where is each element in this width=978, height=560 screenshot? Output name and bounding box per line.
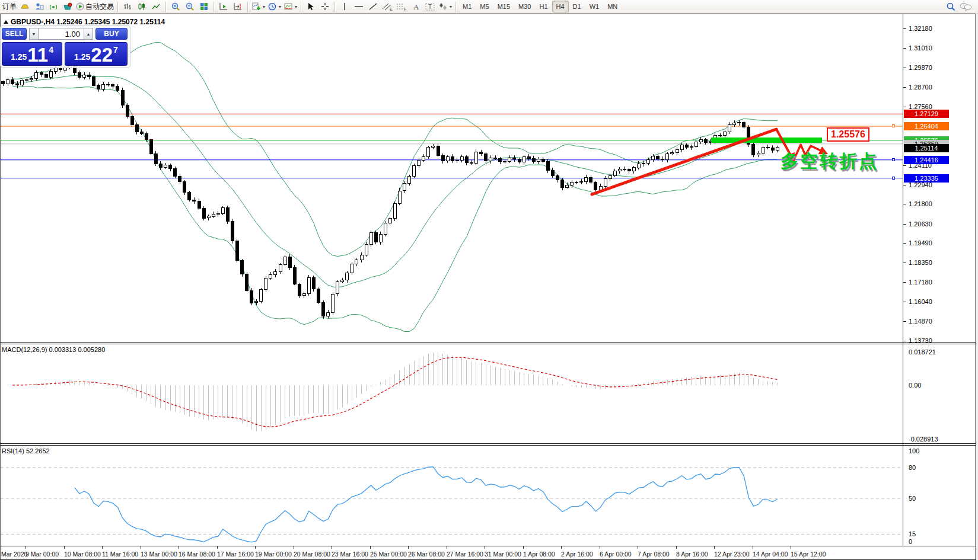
auto-scroll-icon xyxy=(219,2,228,11)
autotrading-button[interactable]: 自动交易 xyxy=(75,1,115,12)
text-tool-button[interactable]: A xyxy=(409,1,423,12)
text-label-icon: T xyxy=(425,2,435,11)
volume-increase-button[interactable]: ▲ xyxy=(84,28,93,40)
panel-separator[interactable] xyxy=(0,342,976,343)
time-axis-label: 17 Mar 16:00 xyxy=(217,551,254,558)
text-icon: A xyxy=(411,2,420,11)
timeframe-button-w1[interactable]: W1 xyxy=(585,1,604,12)
buy-button[interactable]: BUY xyxy=(95,28,128,40)
timeframe-button-h4[interactable]: H4 xyxy=(552,1,569,12)
level-drag-handle[interactable] xyxy=(892,124,895,127)
time-axis-label: 14 Apr 04:00 xyxy=(753,551,788,558)
add-indicator-button[interactable]: ▾ xyxy=(250,1,266,12)
new-order-button[interactable]: 订单 xyxy=(1,1,18,12)
trend-arrow[interactable] xyxy=(592,129,776,194)
macd-axis-label: 0.00 xyxy=(909,382,921,389)
turning-point-annotation[interactable]: 多空转折点 xyxy=(781,149,878,174)
highlight-bar[interactable] xyxy=(711,137,822,143)
auto-scroll-button[interactable] xyxy=(216,1,231,12)
tile-windows-button[interactable] xyxy=(197,1,211,12)
volume-input[interactable]: 1.00 xyxy=(39,28,84,40)
time-axis-label: 8 Apr 16:00 xyxy=(676,551,708,558)
horizontal-line-icon xyxy=(353,2,364,11)
horizontal-line-tool-button[interactable] xyxy=(352,1,366,12)
timeframe-button-m1[interactable]: M1 xyxy=(458,1,476,12)
price-axis-tick xyxy=(903,204,906,204)
timeframe-button-m5[interactable]: M5 xyxy=(476,1,493,12)
tile-windows-icon xyxy=(199,2,209,11)
chart-shift-button[interactable] xyxy=(231,1,245,12)
macd-panel-canvas[interactable] xyxy=(1,344,903,443)
timeframe-button-h1[interactable]: H1 xyxy=(535,1,552,12)
fibonacci-tool-button[interactable]: F xyxy=(394,1,409,12)
signals-button[interactable] xyxy=(46,1,60,12)
rsi-panel-canvas[interactable] xyxy=(1,446,903,546)
macd-histogram xyxy=(3,353,778,431)
time-axis-label: 31 Mar 00:00 xyxy=(485,551,521,558)
svg-text:F: F xyxy=(404,7,406,11)
candlestick-mode-button[interactable] xyxy=(135,1,149,12)
zoom-out-button[interactable] xyxy=(183,1,197,12)
time-axis-label: 20 Mar 08:00 xyxy=(294,551,330,558)
price-axis-tick-label: 1.18350 xyxy=(909,259,932,266)
time-axis-label: 26 Mar 08:00 xyxy=(408,551,445,558)
vertical-line-tool-button[interactable] xyxy=(337,1,352,12)
periods-button[interactable]: ▾ xyxy=(266,1,282,12)
vertical-line-icon xyxy=(340,2,349,11)
dropdown-caret-icon: ▾ xyxy=(295,4,297,9)
templates-button[interactable]: ▾ xyxy=(282,1,298,12)
time-axis[interactable]: Mar 20209 Mar 00:0010 Mar 08:0011 Mar 16… xyxy=(1,546,975,559)
horizontal-level-lines[interactable] xyxy=(1,114,903,178)
time-axis-label: 12 Apr 23:00 xyxy=(714,551,750,558)
timeframe-button-m30[interactable]: M30 xyxy=(514,1,535,12)
panel-separator[interactable] xyxy=(0,443,976,444)
sell-button[interactable]: SELL xyxy=(2,28,27,40)
timeframe-button-mn[interactable]: MN xyxy=(603,1,622,12)
time-axis-tick xyxy=(408,546,409,549)
price-callout-box[interactable]: 1.25576 xyxy=(827,127,869,142)
channel-tool-button[interactable]: E xyxy=(380,1,394,12)
price-axis-tick xyxy=(903,68,906,68)
timeframe-button-d1[interactable]: D1 xyxy=(569,1,585,12)
time-axis-tick xyxy=(294,546,294,549)
time-axis-tick xyxy=(714,546,715,549)
volume-decrease-button[interactable]: ▼ xyxy=(29,28,39,40)
time-axis-label: 7 Apr 08:00 xyxy=(638,551,670,558)
gold-ingot-icon[interactable] xyxy=(18,1,32,12)
bar-chart-mode-button[interactable] xyxy=(120,1,135,12)
rsi-indicator-label: RSI(14) 52.2652 xyxy=(2,447,50,455)
svg-text:E: E xyxy=(390,7,393,11)
arrows-tool-button[interactable]: ▾ xyxy=(437,1,453,12)
line-chart-mode-button[interactable] xyxy=(149,1,163,12)
rsi-axis-label: 80 xyxy=(909,464,916,471)
time-axis-tick xyxy=(141,546,141,549)
main-chart-canvas[interactable] xyxy=(1,14,903,342)
price-axis-tick xyxy=(903,28,906,29)
buy-price-base: 1.25 xyxy=(74,52,90,62)
level-drag-handle[interactable] xyxy=(892,158,895,161)
toolbar-separator xyxy=(117,2,118,12)
time-axis-tick xyxy=(332,546,332,549)
one-click-trading-panel: SELL ▼ 1.00 ▲ BUY 1.25 11 4 1.25 22 7 xyxy=(0,25,130,68)
svg-text:T: T xyxy=(428,4,432,10)
accounts-button[interactable] xyxy=(32,1,46,12)
time-axis-label: 27 Mar 16:00 xyxy=(447,551,483,558)
bollinger-bands xyxy=(12,42,778,331)
market-button[interactable] xyxy=(60,1,75,12)
search-button[interactable] xyxy=(944,1,958,12)
buy-price-display[interactable]: 1.25 22 7 xyxy=(65,42,128,66)
level-drag-handle[interactable] xyxy=(892,177,895,180)
cursor-tool-button[interactable] xyxy=(304,1,318,12)
equidistant-channel-icon: E xyxy=(381,2,393,11)
price-axis-tick xyxy=(903,321,906,322)
sell-price-point: 4 xyxy=(49,45,53,55)
sell-price-display[interactable]: 1.25 11 4 xyxy=(2,42,62,66)
text-label-tool-button[interactable]: T xyxy=(423,1,437,12)
time-axis-label: 2 Apr 16:00 xyxy=(561,551,593,558)
community-chat-button[interactable] xyxy=(958,1,973,12)
timeframe-button-m15[interactable]: M15 xyxy=(493,1,514,12)
crosshair-tool-button[interactable] xyxy=(318,1,332,12)
trendline-tool-button[interactable] xyxy=(366,1,380,12)
zoom-in-button[interactable] xyxy=(168,1,183,12)
price-level-badge: 1.24416 xyxy=(904,156,949,164)
